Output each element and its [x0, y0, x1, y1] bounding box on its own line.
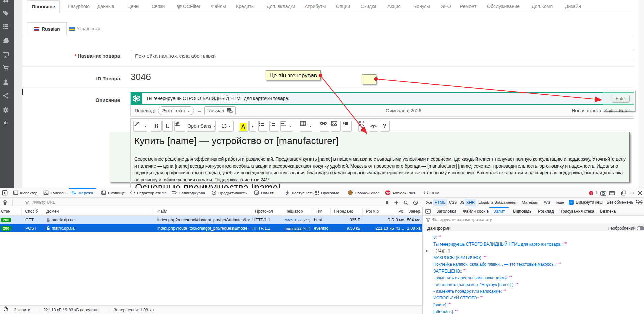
column-header-9[interactable]: Ро…	[395, 207, 405, 216]
clear-requests-icon[interactable]	[3, 200, 7, 205]
bullet-list-icon[interactable]	[258, 121, 268, 132]
align-icon[interactable]: ▾	[280, 121, 293, 132]
filter-зображення[interactable]: Зображення	[493, 199, 518, 206]
numbered-list-icon[interactable]: 12	[269, 121, 279, 132]
font-size-select[interactable]: 13▾	[218, 121, 234, 132]
filter-усе[interactable]: Усе	[424, 199, 434, 206]
close-devtools-icon[interactable]	[638, 191, 642, 195]
product-tab-опции[interactable]: Опции	[336, 0, 350, 13]
column-header-1[interactable]: Спосіб	[22, 207, 43, 216]
detail-tab-безпека[interactable]: Безпека	[600, 207, 616, 216]
devtools-tab-cookie-editor[interactable]: Cookie-Editor	[348, 188, 379, 198]
resend-request-icon[interactable]	[425, 209, 431, 214]
initiator-link[interactable]: main.js:22	[285, 218, 301, 222]
magic-wand-icon[interactable]: ▾	[133, 121, 147, 132]
product-tab-скидка[interactable]: Скидка	[361, 0, 376, 13]
filter-css[interactable]: CSS	[447, 199, 458, 206]
devtools-tab-сховище[interactable]: Сховище	[101, 188, 125, 198]
network-row[interactable]: 200 GET matrix.dp.ua index.php?route=too…	[0, 216, 422, 224]
product-tab-доп-комп[interactable]: Доп.Комп	[532, 0, 553, 13]
system-icon[interactable]	[2, 107, 10, 114]
sales-icon[interactable]	[2, 65, 10, 72]
product-tab-бонусы[interactable]: Бонусы	[413, 0, 430, 13]
column-header-2[interactable]: Домен	[43, 207, 154, 216]
video-icon[interactable]	[342, 121, 352, 132]
devtools-tab-доступність[interactable]: Доступність	[285, 188, 314, 198]
customers-icon[interactable]	[2, 79, 10, 86]
devtools-tab-налагоджувач[interactable]: Налагоджувач	[171, 188, 205, 198]
product-tab-файлы[interactable]: Файлы	[211, 0, 226, 13]
language-tab-ua[interactable]: Українська	[69, 22, 100, 35]
extensions-icon[interactable]	[2, 37, 10, 45]
reports-icon[interactable]	[2, 119, 10, 126]
product-tab-данные[interactable]: Данные	[97, 0, 114, 13]
bold-icon[interactable]: B	[151, 121, 162, 132]
devtools-tab-adblock-plus[interactable]: ABPAdblock Plus	[385, 188, 415, 198]
split-panel-icon[interactable]	[621, 190, 626, 196]
detail-tab-файли-cookie[interactable]: Файли cookie	[463, 207, 489, 216]
filter-шрифти[interactable]: Шрифти	[477, 199, 494, 206]
image-icon[interactable]	[331, 121, 341, 132]
devtools-tab-пам-ять[interactable]: Пам'ять	[254, 188, 275, 198]
column-header-3[interactable]: Файл	[154, 207, 251, 216]
column-header-4[interactable]: Протокол	[251, 207, 283, 216]
language-tab-ru[interactable]: Russian	[27, 22, 67, 35]
link-icon[interactable]	[320, 121, 329, 132]
ruler-icon[interactable]	[609, 191, 615, 195]
product-tab-easyphoto[interactable]: Easyphoto	[68, 0, 90, 13]
marketing-icon[interactable]	[2, 92, 10, 100]
column-header-6[interactable]: Тип	[312, 207, 331, 216]
filter-інше[interactable]: Інше	[554, 199, 566, 206]
translate-target-select[interactable]: Russian文A	[204, 106, 236, 115]
devtools-tab-консоль[interactable]: Консоль	[43, 188, 65, 198]
product-tab-обслуживание[interactable]: Обслуживание	[487, 0, 520, 13]
throttling-select[interactable]: Без обмежень▲▼	[607, 198, 638, 207]
font-color-caret[interactable]: ▾	[249, 121, 256, 132]
catalog-icon[interactable]	[2, 23, 10, 31]
detail-tab-трасування-стека[interactable]: Трасування стека	[560, 207, 594, 216]
filter-ws[interactable]: WS	[542, 199, 552, 206]
raw-toggle-switch[interactable]	[637, 226, 644, 230]
initiator-link[interactable]: main.js:22	[285, 226, 301, 230]
detail-tab-заголовки[interactable]: Заголовки	[436, 207, 456, 216]
product-tab-доп-вкладки[interactable]: Доп. вкладки	[267, 0, 295, 13]
detail-tab-розклад[interactable]: Розклад	[538, 207, 554, 216]
font-color-icon[interactable]: A	[238, 121, 249, 132]
form-data-param[interactable]: : (14)[…]	[423, 248, 644, 254]
add-request-icon[interactable]	[394, 201, 398, 205]
devtools-tab-програма[interactable]: Програма	[314, 188, 339, 198]
filter-xhr[interactable]: XHR	[465, 199, 476, 206]
network-row[interactable]: 200 POST matrix.dp.ua index.php?route=to…	[0, 224, 422, 232]
devtools-tab-інспектор[interactable]: Інспектор	[13, 188, 37, 198]
column-header-7[interactable]: Передано	[331, 207, 363, 216]
cart-logo-icon[interactable]	[2, 0, 10, 4]
element-picker-icon[interactable]	[2, 190, 8, 196]
filter-матеріал[interactable]: Матеріал	[520, 199, 540, 206]
column-header-8[interactable]: Розмір	[363, 207, 395, 216]
product-tab-кредиты[interactable]: Кредиты	[236, 0, 255, 13]
devtools-tab-редактор-стилю[interactable]: Редактор стилю	[130, 188, 167, 198]
help-icon[interactable]: ?	[380, 121, 390, 132]
disable-cache-label[interactable]: Вимкнути кеш	[576, 198, 603, 207]
eraser-icon[interactable]	[174, 121, 185, 132]
devtools-tab-dom[interactable]: DOM	[423, 188, 440, 198]
fullscreen-icon[interactable]	[358, 121, 368, 132]
network-settings-gear-icon[interactable]	[637, 200, 643, 205]
params-filter[interactable]: Фільтрувати параметри запиту	[423, 216, 644, 224]
product-tab-основное[interactable]: Основное	[27, 0, 60, 13]
column-header-5[interactable]: Ініціатор	[283, 207, 312, 216]
error-badge-icon[interactable]	[589, 191, 594, 196]
product-tab-ocfilter[interactable]: OCFilter	[177, 0, 200, 13]
design-icon[interactable]	[2, 51, 10, 59]
source-code-icon[interactable]: </>	[369, 121, 378, 132]
translate-source-select[interactable]: Этот текст▾	[158, 106, 194, 115]
product-tab-ремонт[interactable]: Ремонт	[460, 0, 476, 13]
detail-tab-відповідь[interactable]: Відповідь	[513, 207, 531, 216]
tag-icon[interactable]	[2, 9, 10, 17]
pause-log-icon[interactable]	[385, 201, 389, 205]
product-tab-цены[interactable]: Цены	[127, 0, 139, 13]
search-icon[interactable]	[404, 200, 408, 205]
page-scrollbar[interactable]	[639, 0, 644, 188]
detail-tab-запит[interactable]: Запит	[493, 207, 505, 216]
product-tab-дизайн[interactable]: Дизайн	[565, 0, 581, 13]
